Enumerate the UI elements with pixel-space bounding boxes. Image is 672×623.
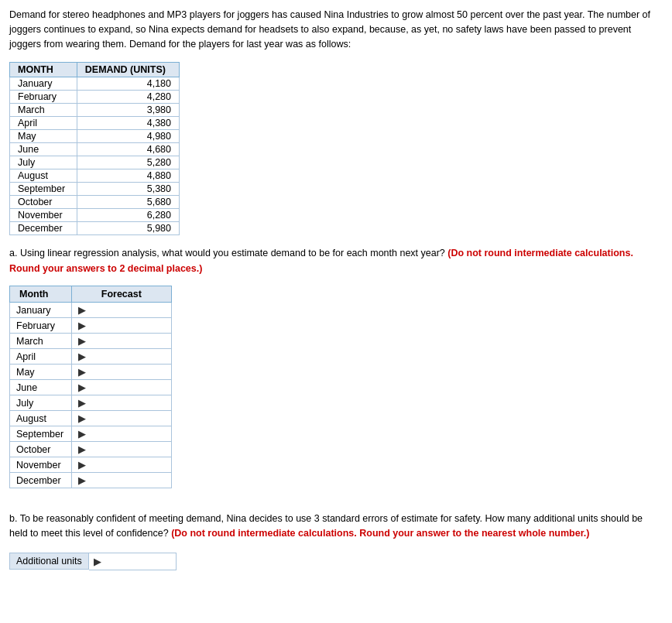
forecast-input[interactable] bbox=[86, 460, 163, 471]
demand-units-cell: 4,180 bbox=[77, 77, 179, 91]
question-b-text: b. To be reasonably confident of meeting… bbox=[9, 512, 663, 542]
demand-table-row: May4,980 bbox=[10, 130, 180, 143]
additional-units-label: Additional units bbox=[9, 553, 89, 570]
demand-month-cell: August bbox=[10, 169, 77, 183]
forecast-input[interactable] bbox=[86, 429, 163, 440]
demand-table-row: November6,280 bbox=[10, 209, 180, 222]
demand-units-cell: 4,680 bbox=[77, 143, 179, 156]
forecast-month-cell: October bbox=[10, 442, 72, 457]
forecast-month-cell: June bbox=[10, 380, 72, 395]
demand-table-row: December5,980 bbox=[10, 222, 180, 235]
cursor-indicator: ▶ bbox=[78, 304, 86, 316]
question-b-bold: (Do not round intermediate calculations.… bbox=[171, 528, 589, 539]
cursor-indicator: ▶ bbox=[78, 412, 86, 424]
forecast-input[interactable] bbox=[86, 475, 163, 486]
additional-units-row: Additional units ▶ bbox=[9, 553, 663, 570]
demand-month-cell: April bbox=[10, 117, 77, 130]
cursor-indicator: ▶ bbox=[94, 556, 101, 567]
demand-month-cell: October bbox=[10, 196, 77, 209]
forecast-input[interactable] bbox=[86, 305, 163, 316]
forecast-value-cell[interactable]: ▶ bbox=[71, 411, 171, 426]
forecast-month-cell: January bbox=[10, 303, 72, 318]
demand-month-cell: September bbox=[10, 183, 77, 196]
forecast-input[interactable] bbox=[86, 336, 163, 347]
cursor-indicator: ▶ bbox=[78, 366, 86, 378]
forecast-value-cell[interactable]: ▶ bbox=[71, 318, 171, 334]
demand-units-cell: 4,980 bbox=[77, 130, 179, 143]
demand-units-cell: 4,380 bbox=[77, 117, 179, 130]
demand-table-row: June4,680 bbox=[10, 143, 180, 156]
forecast-header-month: Month bbox=[10, 286, 72, 303]
forecast-table-row: May▶ bbox=[10, 365, 172, 380]
forecast-month-cell: February bbox=[10, 318, 72, 334]
demand-units-cell: 5,980 bbox=[77, 222, 179, 235]
demand-month-cell: November bbox=[10, 209, 77, 222]
question-a-text: a. Using linear regression analysis, wha… bbox=[9, 246, 663, 276]
demand-month-cell: December bbox=[10, 222, 77, 235]
demand-header-units: DEMAND (UNITS) bbox=[77, 63, 179, 77]
forecast-value-cell[interactable]: ▶ bbox=[71, 380, 171, 395]
demand-table-row: September5,380 bbox=[10, 183, 180, 196]
forecast-table-row: August▶ bbox=[10, 411, 172, 426]
additional-units-input-box[interactable]: ▶ bbox=[89, 553, 177, 570]
forecast-input[interactable] bbox=[86, 382, 163, 393]
cursor-indicator: ▶ bbox=[78, 382, 86, 393]
forecast-table-row: December▶ bbox=[10, 473, 172, 488]
forecast-value-cell[interactable]: ▶ bbox=[71, 349, 171, 365]
forecast-month-cell: July bbox=[10, 395, 72, 411]
demand-table-row: August4,880 bbox=[10, 169, 180, 183]
additional-units-input[interactable] bbox=[101, 556, 171, 567]
cursor-indicator: ▶ bbox=[78, 397, 86, 409]
demand-units-cell: 5,380 bbox=[77, 183, 179, 196]
demand-units-cell: 5,280 bbox=[77, 156, 179, 169]
forecast-month-cell: September bbox=[10, 426, 72, 442]
demand-table-row: February4,280 bbox=[10, 91, 180, 104]
forecast-month-cell: August bbox=[10, 411, 72, 426]
demand-month-cell: March bbox=[10, 104, 77, 117]
cursor-indicator: ▶ bbox=[78, 428, 86, 440]
demand-table-row: March3,980 bbox=[10, 104, 180, 117]
forecast-table-row: July▶ bbox=[10, 395, 172, 411]
forecast-table-row: September▶ bbox=[10, 426, 172, 442]
demand-table-row: July5,280 bbox=[10, 156, 180, 169]
forecast-table-row: February▶ bbox=[10, 318, 172, 334]
forecast-input[interactable] bbox=[86, 367, 163, 378]
forecast-input[interactable] bbox=[86, 413, 163, 424]
demand-units-cell: 6,280 bbox=[77, 209, 179, 222]
forecast-table-row: March▶ bbox=[10, 334, 172, 349]
forecast-value-cell[interactable]: ▶ bbox=[71, 334, 171, 349]
forecast-value-cell[interactable]: ▶ bbox=[71, 457, 171, 473]
demand-month-cell: February bbox=[10, 91, 77, 104]
forecast-header-forecast: Forecast bbox=[71, 286, 171, 303]
forecast-month-cell: December bbox=[10, 473, 72, 488]
demand-month-cell: June bbox=[10, 143, 77, 156]
cursor-indicator: ▶ bbox=[78, 474, 86, 486]
forecast-value-cell[interactable]: ▶ bbox=[71, 395, 171, 411]
demand-month-cell: January bbox=[10, 77, 77, 91]
demand-units-cell: 4,280 bbox=[77, 91, 179, 104]
forecast-input[interactable] bbox=[86, 398, 163, 409]
cursor-indicator: ▶ bbox=[78, 459, 86, 471]
cursor-indicator: ▶ bbox=[78, 320, 86, 331]
demand-units-cell: 4,880 bbox=[77, 169, 179, 183]
forecast-input[interactable] bbox=[86, 444, 163, 455]
demand-units-cell: 3,980 bbox=[77, 104, 179, 117]
forecast-month-cell: November bbox=[10, 457, 72, 473]
forecast-table-row: October▶ bbox=[10, 442, 172, 457]
demand-table: MONTH DEMAND (UNITS) January4,180Februar… bbox=[9, 62, 180, 235]
cursor-indicator: ▶ bbox=[78, 351, 86, 362]
forecast-value-cell[interactable]: ▶ bbox=[71, 303, 171, 318]
cursor-indicator: ▶ bbox=[78, 443, 86, 455]
cursor-indicator: ▶ bbox=[78, 335, 86, 347]
forecast-value-cell[interactable]: ▶ bbox=[71, 365, 171, 380]
forecast-month-cell: March bbox=[10, 334, 72, 349]
forecast-input[interactable] bbox=[86, 320, 163, 331]
demand-table-row: October5,680 bbox=[10, 196, 180, 209]
forecast-table-row: April▶ bbox=[10, 349, 172, 365]
forecast-value-cell[interactable]: ▶ bbox=[71, 473, 171, 488]
forecast-input[interactable] bbox=[86, 351, 163, 362]
demand-month-cell: July bbox=[10, 156, 77, 169]
forecast-value-cell[interactable]: ▶ bbox=[71, 442, 171, 457]
demand-header-month: MONTH bbox=[10, 63, 77, 77]
forecast-value-cell[interactable]: ▶ bbox=[71, 426, 171, 442]
